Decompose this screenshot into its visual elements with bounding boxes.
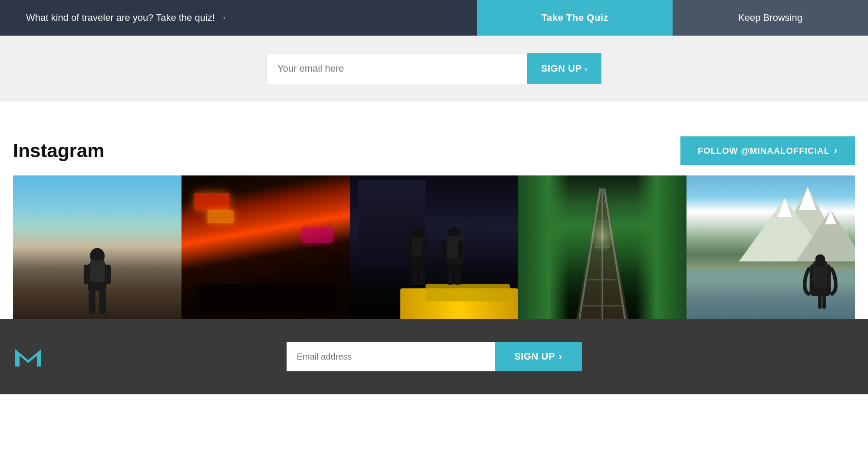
footer-section: SIGN UP › xyxy=(0,319,868,394)
svg-rect-19 xyxy=(447,264,453,285)
follow-instagram-button[interactable]: FOLLOW @MINAALOFFICIAL › xyxy=(680,136,855,165)
top-banner: What kind of traveler are you? Take the … xyxy=(0,0,868,36)
instagram-image-3[interactable] xyxy=(350,175,518,319)
instagram-image-4[interactable] xyxy=(518,175,686,319)
svg-rect-2 xyxy=(90,260,105,282)
svg-rect-12 xyxy=(411,264,417,285)
svg-rect-3 xyxy=(84,264,89,284)
instagram-image-1[interactable] xyxy=(13,175,182,319)
svg-rect-10 xyxy=(406,241,410,258)
instagram-grid xyxy=(13,175,855,319)
chevron-icon: › xyxy=(584,64,587,74)
footer-sign-up-button[interactable]: SIGN UP › xyxy=(495,342,582,371)
email-input-wrapper xyxy=(267,53,527,84)
instagram-header: Instagram FOLLOW @MINAALOFFICIAL › xyxy=(13,136,855,175)
svg-rect-40 xyxy=(818,294,822,309)
footer-email-area: SIGN UP › xyxy=(287,342,582,371)
svg-rect-6 xyxy=(99,291,106,314)
instagram-section: Instagram FOLLOW @MINAALOFFICIAL › xyxy=(0,136,868,319)
instagram-image-5[interactable] xyxy=(686,175,855,319)
svg-rect-4 xyxy=(106,264,111,284)
take-quiz-button[interactable]: Take The Quiz xyxy=(477,0,673,36)
spacer xyxy=(0,102,868,136)
banner-text: What kind of traveler are you? Take the … xyxy=(0,0,477,36)
svg-rect-5 xyxy=(89,291,96,314)
footer-email-input-wrapper xyxy=(287,342,495,371)
keep-browsing-button[interactable]: Keep Browsing xyxy=(673,0,868,36)
email-signup-section: SIGN UP› xyxy=(0,36,868,102)
sign-up-button[interactable]: SIGN UP› xyxy=(527,53,601,84)
svg-rect-39 xyxy=(815,264,825,267)
svg-rect-11 xyxy=(422,241,426,258)
follow-chevron-icon: › xyxy=(834,145,838,156)
footer-chevron-icon: › xyxy=(558,350,562,363)
svg-rect-13 xyxy=(419,264,425,285)
svg-rect-41 xyxy=(822,294,826,309)
instagram-title: Instagram xyxy=(13,140,104,162)
svg-point-38 xyxy=(815,254,825,264)
instagram-image-2[interactable] xyxy=(182,175,350,319)
svg-rect-18 xyxy=(458,241,462,258)
footer-logo xyxy=(13,340,43,373)
svg-rect-17 xyxy=(442,241,446,258)
email-input[interactable] xyxy=(277,63,516,74)
svg-marker-42 xyxy=(15,349,41,367)
svg-rect-20 xyxy=(455,264,461,285)
footer-email-input[interactable] xyxy=(297,352,485,362)
